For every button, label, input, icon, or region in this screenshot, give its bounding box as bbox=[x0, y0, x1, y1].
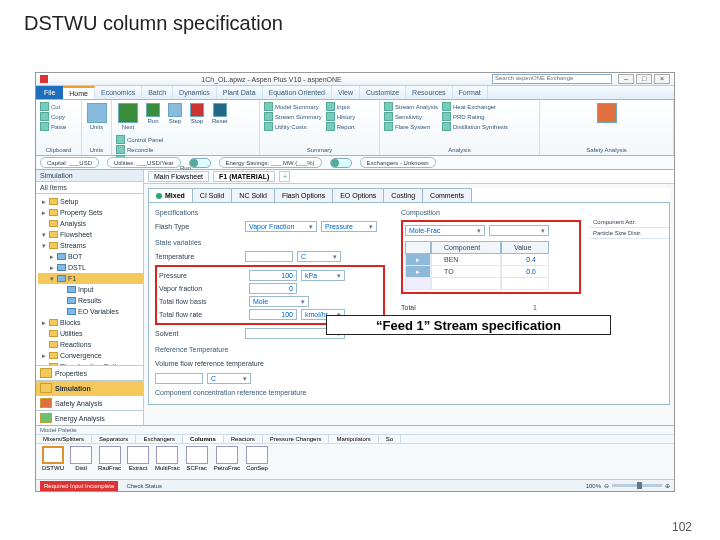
comp-value[interactable]: 0.4 bbox=[501, 254, 549, 266]
tree-node[interactable]: ▾F1 bbox=[38, 273, 143, 284]
vfrac-input[interactable]: 0 bbox=[249, 283, 297, 294]
reconcile-button[interactable]: Reconcile bbox=[116, 145, 163, 154]
tree-node[interactable]: ▾Streams bbox=[38, 240, 143, 251]
comp-attr-button[interactable]: Component Attr. bbox=[589, 217, 669, 228]
close-button[interactable]: × bbox=[654, 74, 670, 84]
stream-summary-button[interactable]: Stream Summary bbox=[264, 112, 322, 121]
tab-cisolid[interactable]: CI Solid bbox=[192, 188, 233, 202]
ref-vol-input[interactable] bbox=[155, 373, 203, 384]
energy-pill[interactable]: Energy Savings:___ MW (___%) bbox=[219, 157, 322, 168]
flash-type-select2[interactable]: Pressure▾ bbox=[321, 221, 377, 232]
particle-size-button[interactable]: Particle Size Distr. bbox=[589, 228, 669, 239]
palette-item-scfrac[interactable]: SCFrac bbox=[186, 446, 208, 471]
palette-tab-reactors[interactable]: Reactors bbox=[224, 435, 263, 443]
palette-tab-columns[interactable]: Columns bbox=[183, 435, 224, 443]
exch-pill[interactable]: Exchangers - Unknown bbox=[360, 157, 436, 168]
tree-node[interactable]: Utilities bbox=[38, 328, 143, 339]
step-button[interactable]: Step bbox=[166, 102, 184, 125]
filter-select[interactable]: All Items bbox=[36, 182, 143, 194]
tab-plant-data[interactable]: Plant Data bbox=[217, 86, 263, 99]
tree-node[interactable]: Results bbox=[38, 295, 143, 306]
check-status-button[interactable]: Check Status bbox=[126, 483, 162, 489]
pressure-unit[interactable]: kPa▾ bbox=[301, 270, 345, 281]
tab-dynamics[interactable]: Dynamics bbox=[173, 86, 217, 99]
simulation-section[interactable]: Simulation bbox=[36, 380, 143, 395]
tab-eo-options[interactable]: EO Options bbox=[332, 188, 384, 202]
zoom-slider[interactable] bbox=[612, 484, 662, 487]
cut-button[interactable]: Cut bbox=[40, 102, 60, 111]
tree-node[interactable]: Analysis bbox=[38, 218, 143, 229]
add-tab-button[interactable]: + bbox=[279, 171, 290, 182]
tab-economics[interactable]: Economics bbox=[95, 86, 142, 99]
tab-ncsolid[interactable]: NC Solid bbox=[231, 188, 275, 202]
comp-row-empty[interactable] bbox=[405, 278, 577, 290]
flow-basis-select[interactable]: Mole▾ bbox=[249, 296, 309, 307]
minimize-button[interactable]: – bbox=[618, 74, 634, 84]
palette-tab-separators[interactable]: Separators bbox=[92, 435, 136, 443]
tab-format[interactable]: Format bbox=[453, 86, 488, 99]
comp-cell[interactable]: BEN bbox=[431, 254, 501, 266]
palette-tab-mixers[interactable]: Mixers/Splitters bbox=[36, 435, 92, 443]
units-button[interactable]: Units bbox=[86, 102, 107, 131]
tree-node[interactable]: Reactions bbox=[38, 339, 143, 350]
energy-toggle[interactable] bbox=[330, 158, 352, 168]
search-input[interactable]: Search aspenONE Exchange bbox=[492, 74, 612, 84]
comp-row[interactable]: ▸ BEN 0.4 bbox=[405, 254, 577, 266]
tree-node[interactable]: ▸BOT bbox=[38, 251, 143, 262]
tree-node[interactable]: ▸DSTL bbox=[38, 262, 143, 273]
status-required[interactable]: Required Input Incomplete bbox=[40, 481, 118, 491]
econ-toggle[interactable] bbox=[189, 158, 211, 168]
comp-basis-select[interactable]: Mole-Frac▾ bbox=[405, 225, 485, 236]
dist-synth-button[interactable]: Distillation Synthesis bbox=[442, 122, 508, 131]
sensitivity-button[interactable]: Sensitivity bbox=[384, 112, 438, 121]
utilities-pill[interactable]: Utilities:___USD/Year bbox=[107, 157, 180, 168]
temperature-input[interactable] bbox=[245, 251, 293, 262]
ref-vol-unit[interactable]: C▾ bbox=[207, 373, 251, 384]
reset-button[interactable]: Reset bbox=[210, 102, 230, 125]
comp-basis-unit[interactable]: ▾ bbox=[489, 225, 549, 236]
next-button[interactable]: Next bbox=[116, 102, 140, 131]
paste-button[interactable]: Paste bbox=[40, 122, 66, 131]
run-button[interactable]: Run bbox=[144, 102, 162, 125]
input-button[interactable]: Input bbox=[326, 102, 356, 111]
tab-flash[interactable]: Flash Options bbox=[274, 188, 333, 202]
palette-tab-solids[interactable]: So bbox=[379, 435, 401, 443]
palette-item-extract[interactable]: Extract bbox=[127, 446, 149, 471]
heat-exch-button[interactable]: Heat Exchanger bbox=[442, 102, 508, 111]
tab-view[interactable]: View bbox=[332, 86, 360, 99]
tree-node[interactable]: ▸Convergence bbox=[38, 350, 143, 361]
palette-tab-pressure[interactable]: Pressure Changers bbox=[263, 435, 330, 443]
tab-comments[interactable]: Comments bbox=[422, 188, 472, 202]
file-menu[interactable]: File bbox=[36, 86, 63, 99]
palette-item-distl[interactable]: Distl bbox=[70, 446, 92, 471]
comp-value[interactable]: 0.6 bbox=[501, 266, 549, 278]
maximize-button[interactable]: □ bbox=[636, 74, 652, 84]
report-button[interactable]: Report bbox=[326, 122, 356, 131]
bc-stream[interactable]: F1 (MATERIAL) bbox=[213, 171, 275, 182]
tab-eo[interactable]: Equation Oriented bbox=[263, 86, 332, 99]
palette-item-multifrac[interactable]: MultiFrac bbox=[155, 446, 180, 471]
tab-mixed[interactable]: Mixed bbox=[148, 188, 193, 202]
tree-node[interactable]: ▸Property Sets bbox=[38, 207, 143, 218]
comp-row[interactable]: ▸ TO 0.6 bbox=[405, 266, 577, 278]
tree-node[interactable]: ▸Setup bbox=[38, 196, 143, 207]
model-summary-button[interactable]: Model Summary bbox=[264, 102, 322, 111]
tab-resources[interactable]: Resources bbox=[406, 86, 452, 99]
temperature-unit[interactable]: C▾ bbox=[297, 251, 341, 262]
zoom-control[interactable]: 100% ⊖⊕ bbox=[586, 482, 670, 489]
tab-costing[interactable]: Costing bbox=[383, 188, 423, 202]
safety-section[interactable]: Safety Analysis bbox=[36, 395, 143, 410]
tab-customize[interactable]: Customize bbox=[360, 86, 406, 99]
energy-section[interactable]: Energy Analysis bbox=[36, 410, 143, 425]
bc-flowsheet[interactable]: Main Flowsheet bbox=[148, 171, 209, 182]
capital-pill[interactable]: Capital:___USD bbox=[40, 157, 99, 168]
flare-button[interactable]: Flare System bbox=[384, 122, 438, 131]
flash-type-select1[interactable]: Vapor Fraction▾ bbox=[245, 221, 317, 232]
stop-button[interactable]: Stop bbox=[188, 102, 206, 125]
stream-analysis-button[interactable]: Stream Analysis bbox=[384, 102, 438, 111]
tab-home[interactable]: Home bbox=[63, 86, 95, 99]
tab-batch[interactable]: Batch bbox=[142, 86, 173, 99]
comp-cell[interactable]: TO bbox=[431, 266, 501, 278]
control-panel-button[interactable]: Control Panel bbox=[116, 135, 163, 144]
prd-button[interactable]: PRD Rating bbox=[442, 112, 508, 121]
